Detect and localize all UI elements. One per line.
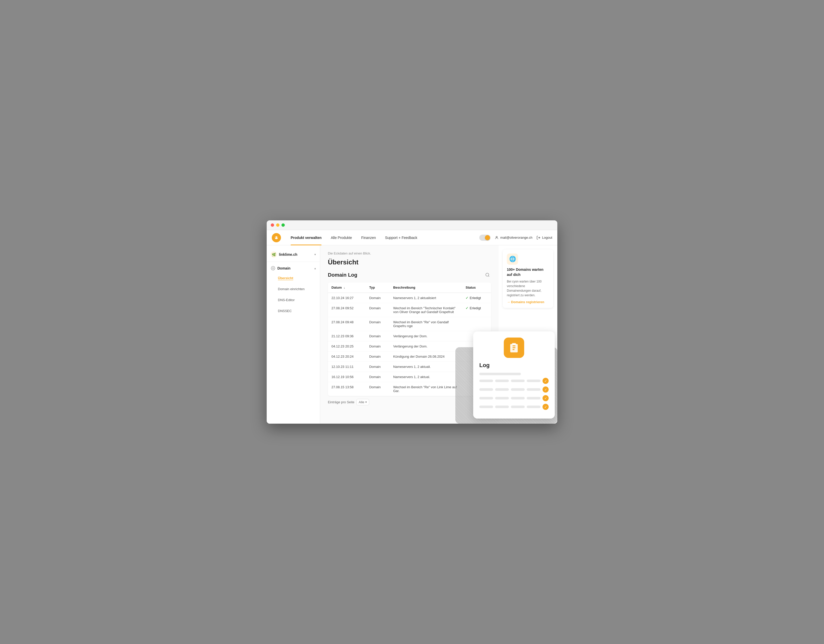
sidebar-section-domain: Domain ▴ Übersicht Domain einrichten [267, 262, 320, 316]
sidebar: 🌿 linklime.ch ▾ Domain ▴ Übersicht [267, 245, 320, 424]
cell-typ: Domain [366, 382, 390, 396]
skeleton-check-icon: ✓ [543, 386, 549, 393]
sidebar-item-dns-editor[interactable]: DNS-Editor [267, 294, 320, 305]
chevron-down-icon: ▾ [314, 253, 316, 256]
chevron-down-icon: ▾ [365, 400, 367, 404]
nav-items: Produkt verwalten Alle Produkte Finanzen… [286, 230, 479, 245]
navbar: Produkt verwalten Alle Produkte Finanzen… [267, 230, 557, 245]
nav-item-support[interactable]: Support + Feedback [380, 230, 422, 245]
brand-icon: 🌿 [271, 251, 277, 258]
check-icon: ✓ [466, 306, 468, 310]
check-icon: ✓ [466, 296, 468, 300]
cell-beschreibung: Kündigung der Domain 26.08.2024 [390, 351, 462, 362]
col-datum[interactable]: Datum ↓ [328, 282, 366, 293]
cell-typ: Domain [366, 331, 390, 341]
promo-icon: 🌐 [507, 253, 518, 265]
cell-typ: Domain [366, 293, 390, 303]
col-status: Status [462, 282, 491, 293]
cell-typ: Domain [366, 362, 390, 372]
minimize-button[interactable] [276, 224, 280, 227]
sort-arrow-icon: ↓ [344, 286, 345, 289]
cell-datum: 27.08.24 09:52 [328, 303, 366, 317]
nav-item-produkt[interactable]: Produkt verwalten [286, 230, 326, 245]
overlay-card-title: Log [479, 362, 549, 369]
cell-status: ✓ Erledigt [462, 303, 491, 317]
svg-point-5 [486, 273, 489, 276]
svg-line-6 [488, 276, 489, 276]
title-bar [267, 220, 557, 230]
table-row: 21.12.23 09:36DomainVerlängerung der Dom… [328, 331, 491, 341]
cell-typ: Domain [366, 372, 390, 382]
promo-title: 100+ Domains warten auf dich [507, 267, 549, 277]
page-title: Übersicht [328, 258, 491, 266]
cell-datum: 12.10.23 11:11 [328, 362, 366, 372]
close-button[interactable] [271, 224, 274, 227]
skeleton-row: ✓ [479, 404, 549, 410]
cell-datum: 27.08.24 09:48 [328, 317, 366, 331]
svg-point-2 [496, 236, 497, 238]
sidebar-section-header[interactable]: Domain ▴ [267, 264, 320, 273]
cell-beschreibung: Nameservers 1, 2 aktual. [390, 372, 462, 382]
maximize-button[interactable] [281, 224, 285, 227]
nav-item-alle[interactable]: Alle Produkte [326, 230, 357, 245]
cell-beschreibung: Verlängerung der Dom. [390, 331, 462, 341]
cell-datum: 16.12.19 10:56 [328, 372, 366, 382]
user-email[interactable]: mail@oliverorange.ch [495, 236, 532, 240]
cell-beschreibung: Nameservers 1, 2 aktualisiert [390, 293, 462, 303]
col-typ: Typ [366, 282, 390, 293]
svg-point-4 [272, 268, 274, 269]
promo-desc: Bei cyon warten über 100 verschiedene Do… [507, 279, 549, 297]
cell-status: ✓ Erledigt [462, 293, 491, 303]
nav-item-finanzen[interactable]: Finanzen [357, 230, 381, 245]
skeleton-check-icon: ✓ [543, 404, 549, 410]
content-subtitle: Die Eckdaten auf einen Blick. [328, 251, 491, 255]
sidebar-item-domain-einrichten[interactable]: Domain einrichten [267, 284, 320, 294]
clipboard-icon [508, 342, 520, 353]
svg-point-1 [276, 236, 277, 238]
cell-datum: 04.12.23 20:24 [328, 351, 366, 362]
overlay-card: Log ✓ ✓ ✓ ✓ [473, 331, 555, 419]
cell-datum: 22.10.24 16:27 [328, 293, 366, 303]
dark-mode-toggle[interactable] [479, 235, 490, 241]
search-button[interactable] [484, 271, 491, 278]
status-badge: ✓ Erledigt [466, 306, 487, 310]
skeleton-row: ✓ [479, 395, 549, 401]
logout-button[interactable]: Logout [537, 236, 552, 240]
logout-icon [537, 236, 541, 240]
settings-icon [271, 266, 275, 271]
user-icon [495, 236, 499, 240]
overlay-card-icon [504, 337, 524, 358]
sidebar-brand[interactable]: 🌿 linklime.ch ▾ [267, 249, 320, 262]
col-beschreibung: Beschreibung [390, 282, 462, 293]
chevron-up-icon: ▴ [314, 267, 316, 270]
skeleton-row: ✓ [479, 378, 549, 384]
cell-typ: Domain [366, 303, 390, 317]
cell-beschreibung: Wechsel im Bereich "Re" von Link Lime au… [390, 382, 462, 396]
section-title: Domain Log [328, 271, 491, 278]
entries-per-page-select[interactable]: Alle ▾ [357, 399, 369, 405]
cell-status [462, 317, 491, 331]
skeleton-check-icon: ✓ [543, 378, 549, 384]
promo-card: 🌐 100+ Domains warten auf dich Bei cyon … [503, 249, 553, 308]
cell-typ: Domain [366, 341, 390, 351]
cell-datum: 04.12.23 20:25 [328, 341, 366, 351]
toggle-knob [485, 235, 490, 240]
cell-datum: 21.12.23 09:36 [328, 331, 366, 341]
table-row: 27.08.24 09:48DomainWechsel im Bereich "… [328, 317, 491, 331]
sidebar-item-dnssec[interactable]: DNSSEC [267, 305, 320, 316]
app-logo [272, 233, 281, 242]
cell-beschreibung: Verlängerung der Dom. [390, 341, 462, 351]
entries-selector: Einträge pro Seite Alle ▾ [328, 399, 369, 405]
skeleton-line [479, 373, 521, 375]
cell-beschreibung: Wechsel im Bereich "Re" von Gandalf Grap… [390, 317, 462, 331]
cell-beschreibung: Nameservers 1, 2 aktuali. [390, 362, 462, 372]
table-row: 22.10.24 16:27DomainNameservers 1, 2 akt… [328, 293, 491, 303]
table-row: 27.08.24 09:52DomainWechsel im Bereich "… [328, 303, 491, 317]
skeleton-check-icon: ✓ [543, 395, 549, 401]
promo-link[interactable]: → Domains registrieren [507, 300, 549, 304]
status-badge: ✓ Erledigt [466, 296, 487, 300]
sidebar-item-ubersicht[interactable]: Übersicht [267, 273, 320, 284]
navbar-right: mail@oliverorange.ch Logout [479, 235, 552, 241]
search-icon [485, 273, 490, 277]
cell-typ: Domain [366, 351, 390, 362]
